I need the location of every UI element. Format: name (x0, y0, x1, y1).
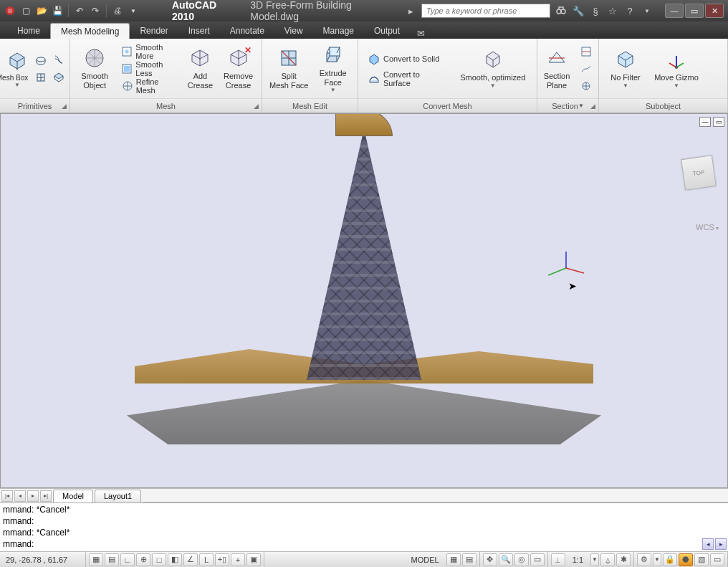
sweep-surface-icon[interactable] (33, 70, 49, 85)
favorites-icon[interactable]: ☆ (606, 4, 619, 17)
redo-icon[interactable]: ↷ (88, 4, 102, 18)
quickview-layouts-icon[interactable]: ▦ (446, 553, 461, 566)
toolbar-lock-icon[interactable]: 🔒 (663, 553, 677, 566)
snap-toggle[interactable]: ▦ (89, 553, 103, 566)
section-jog-icon[interactable] (578, 61, 595, 77)
workspace-dropdown-icon[interactable]: ▼ (653, 553, 661, 566)
section-plane-button[interactable]: Section Plane (540, 43, 573, 95)
svg-rect-11 (330, 47, 340, 56)
comm-center-icon[interactable]: § (589, 4, 602, 17)
pan-icon[interactable]: ✥ (483, 553, 497, 566)
express-tools-icon[interactable]: ✉ (417, 28, 425, 39)
close-button[interactable]: ✕ (705, 4, 724, 18)
convert-to-solid-button[interactable]: Convert to Solid (364, 51, 451, 67)
generate-section-icon[interactable] (578, 78, 595, 94)
tab-home[interactable]: Home (7, 23, 50, 39)
tab-manage[interactable]: Manage (313, 23, 364, 39)
search-arrow-icon[interactable]: ▸ (404, 4, 417, 17)
app-menu-button[interactable] (3, 4, 17, 18)
workspace-switch-icon[interactable]: ⚙ (637, 553, 651, 566)
wcs-label[interactable]: WCS (696, 223, 719, 232)
minimize-button[interactable]: — (665, 4, 684, 18)
new-icon[interactable]: ▢ (19, 4, 33, 18)
revolved-surface-icon[interactable] (33, 52, 49, 67)
osnap-toggle[interactable]: □ (152, 553, 166, 566)
scroll-right-icon[interactable]: ▸ (715, 538, 727, 550)
model-tab[interactable]: Model (53, 490, 93, 502)
panel-expand-icon[interactable]: ◢ (590, 103, 595, 110)
3dosnap-toggle[interactable]: ◧ (168, 553, 182, 566)
help-dropdown-icon[interactable]: ▼ (641, 4, 653, 17)
drawing-viewport[interactable]: — ▭ TOP WCS ➤ (0, 113, 728, 488)
layout1-tab[interactable]: Layout1 (95, 490, 141, 502)
tab-view[interactable]: View (274, 23, 313, 39)
clean-screen-icon[interactable]: ▭ (710, 553, 724, 566)
tab-annotate[interactable]: Annotate (220, 23, 274, 39)
model-space-label[interactable]: MODEL (406, 556, 445, 564)
tab-insert[interactable]: Insert (178, 23, 220, 39)
smooth-object-button[interactable]: Smooth Object (76, 43, 113, 95)
split-mesh-face-button[interactable]: Split Mesh Face (268, 43, 310, 95)
viewport-minimize-button[interactable]: — (699, 117, 711, 127)
grid-toggle[interactable]: ▤ (105, 553, 119, 566)
dyn-toggle[interactable]: +▯ (215, 553, 229, 566)
drawing-canvas[interactable] (1, 114, 727, 487)
otrack-toggle[interactable]: ∠ (183, 553, 198, 566)
search-input[interactable] (421, 4, 550, 18)
help-icon[interactable]: ? (623, 4, 636, 17)
coords-readout[interactable]: 29, -26.78 , 61.67 (0, 552, 86, 567)
smooth-less-button[interactable]: Smooth Less (118, 61, 179, 77)
tab-output[interactable]: Output (364, 23, 410, 39)
open-icon[interactable]: 📂 (34, 4, 49, 18)
live-section-icon[interactable] (578, 44, 595, 59)
remove-crease-button[interactable]: ✕ Remove Crease (221, 43, 256, 95)
extrude-face-button[interactable]: Extrude Face ▼ (314, 43, 352, 95)
ortho-toggle[interactable]: ∟ (120, 553, 135, 566)
annotation-scale[interactable]: 1:1 (567, 556, 589, 564)
binoculars-icon[interactable] (555, 4, 567, 17)
no-filter-button[interactable]: No Filter ▼ (605, 43, 646, 95)
scale-dropdown-icon[interactable]: ▼ (590, 553, 599, 566)
tab-nav-last-icon[interactable]: ▸| (40, 490, 52, 502)
polar-toggle[interactable]: ⊕ (136, 553, 150, 566)
maximize-button[interactable]: ▭ (685, 4, 704, 18)
refine-mesh-button[interactable]: Refine Mesh (118, 78, 179, 94)
qp-toggle[interactable]: ▣ (246, 553, 261, 566)
panel-expand-icon[interactable]: ◢ (62, 103, 67, 110)
quickview-drawings-icon[interactable]: ▤ (462, 553, 476, 566)
viewport-maximize-button[interactable]: ▭ (713, 117, 724, 127)
panel-expand-icon[interactable]: ◢ (254, 103, 259, 110)
tab-nav-prev-icon[interactable]: ◂ (14, 490, 26, 502)
smooth-optimized-button[interactable]: Smooth, optimized ▼ (455, 43, 531, 95)
convert-to-surface-button[interactable]: Convert to Surface (364, 71, 451, 87)
tab-nav-next-icon[interactable]: ▸ (27, 490, 39, 502)
mesh-box-button[interactable]: Mesh Box ▼ (6, 43, 29, 95)
planar-surface-icon[interactable] (51, 70, 67, 85)
add-crease-button[interactable]: Add Crease (184, 43, 216, 95)
hardware-accel-icon[interactable]: ⬣ (679, 553, 693, 566)
ducs-toggle[interactable]: L (199, 553, 214, 566)
smooth-more-button[interactable]: Smooth More (118, 44, 179, 59)
ann-autoscale-icon[interactable]: ✱ (616, 553, 631, 566)
command-window[interactable]: mmand: *Cancel* mmand: mmand: *Cancel* m… (0, 502, 728, 551)
isolate-objects-icon[interactable]: ▧ (694, 553, 709, 566)
print-icon[interactable]: 🖨 (110, 4, 125, 18)
annoscale-icon[interactable]: ⟂ (551, 553, 565, 566)
view-cube[interactable]: TOP (681, 155, 717, 191)
move-gizmo-button[interactable]: Move Gizmo ▼ (651, 43, 702, 95)
key-icon[interactable]: 🔧 (572, 4, 585, 17)
loft-surface-icon[interactable] (51, 52, 67, 67)
showmotion-icon[interactable]: ▭ (530, 553, 545, 566)
undo-icon[interactable]: ↶ (72, 4, 87, 18)
ann-visibility-icon[interactable]: ⍙ (600, 553, 615, 566)
zoom-icon[interactable]: 🔍 (499, 553, 513, 566)
lwt-toggle[interactable]: + (231, 553, 245, 566)
tab-mesh-modeling[interactable]: Mesh Modeling (50, 23, 130, 39)
qat-dropdown-icon[interactable]: ▼ (126, 4, 140, 18)
command-line: mmand: *Cancel* (3, 527, 725, 538)
scroll-left-icon[interactable]: ◂ (702, 538, 714, 550)
save-icon[interactable]: 💾 (50, 4, 64, 18)
tab-nav-first-icon[interactable]: |◂ (1, 490, 13, 502)
tab-render[interactable]: Render (130, 23, 178, 39)
steering-wheel-icon[interactable]: ◎ (514, 553, 529, 566)
